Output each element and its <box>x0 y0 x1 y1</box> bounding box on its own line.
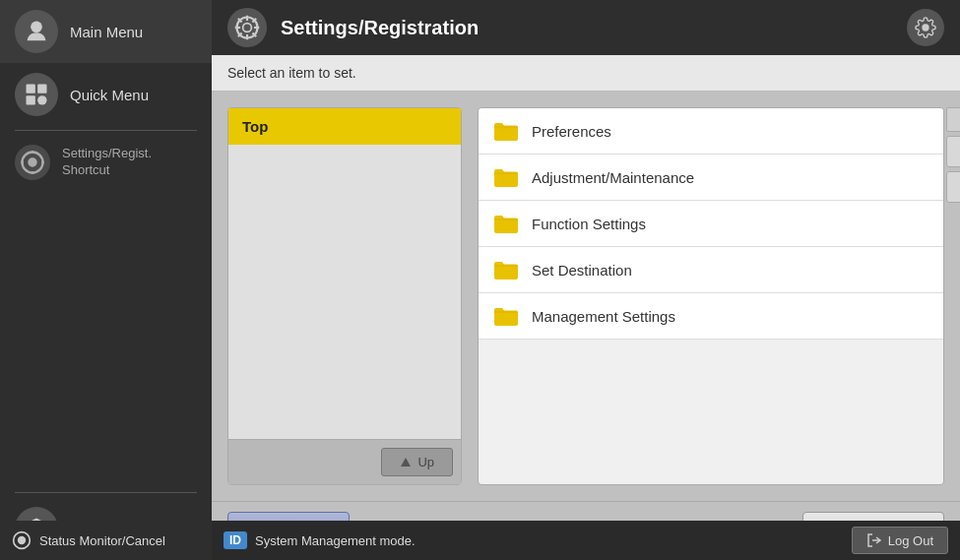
pagination-area: 1/1 ▲ ▼ <box>946 107 960 203</box>
bottom-bar-left: ID System Management mode. <box>224 531 842 549</box>
up-arrow-icon <box>400 457 412 468</box>
folder-icon-set-destination <box>492 259 520 280</box>
logout-button[interactable]: Log Out <box>852 527 948 554</box>
id-badge: ID <box>224 531 247 549</box>
preferences-label: Preferences <box>532 123 611 140</box>
main-menu-icon <box>15 10 58 53</box>
sidebar-item-quick-menu[interactable]: Quick Menu <box>0 63 212 126</box>
folder-icon-preferences <box>492 120 520 142</box>
svg-point-4 <box>37 95 46 104</box>
header-icon <box>227 8 267 47</box>
svg-rect-3 <box>27 95 35 104</box>
folder-icon-management-settings <box>492 305 520 327</box>
sidebar-divider-2 <box>15 492 197 493</box>
list-item-function-settings[interactable]: Function Settings <box>479 201 943 247</box>
settings-shortcut-icon <box>15 145 50 180</box>
svg-rect-2 <box>37 85 46 93</box>
svg-point-0 <box>31 22 42 33</box>
quick-menu-icon <box>15 73 58 116</box>
header-title: Settings/Registration <box>281 17 893 39</box>
svg-rect-1 <box>27 85 35 93</box>
settings-registration-icon <box>233 14 261 41</box>
list-item-management-settings[interactable]: Management Settings <box>479 293 943 340</box>
svg-point-8 <box>18 536 26 544</box>
svg-marker-19 <box>401 458 411 467</box>
list-item-set-destination[interactable]: Set Destination <box>479 247 943 293</box>
logout-label: Log Out <box>888 533 933 548</box>
sidebar-divider <box>15 130 197 131</box>
status-monitor-button[interactable]: Status Monitor/Cancel <box>0 521 212 560</box>
scroll-up-button[interactable]: ▲ <box>946 136 960 167</box>
function-settings-label: Function Settings <box>532 216 646 232</box>
management-settings-label: Management Settings <box>532 308 675 325</box>
folder-icon-adjustment <box>492 166 520 188</box>
main-menu-label: Main Menu <box>70 24 143 40</box>
left-panel-item-top[interactable]: Top <box>228 108 461 145</box>
list-item-preferences[interactable]: Preferences <box>479 108 943 155</box>
left-panel-footer: Up <box>228 439 461 484</box>
sidebar-item-main-menu[interactable]: Main Menu <box>0 0 212 63</box>
adjustment-maintenance-label: Adjustment/Maintenance <box>532 169 694 186</box>
set-destination-label: Set Destination <box>532 262 632 279</box>
header: Settings/Registration <box>212 0 960 55</box>
folder-icon-function-settings <box>492 213 520 234</box>
quick-menu-label: Quick Menu <box>70 87 149 103</box>
status-monitor-icon <box>12 530 32 550</box>
main-content: Settings/Registration Select an item to … <box>212 0 960 560</box>
list-item-adjustment-maintenance[interactable]: Adjustment/Maintenance <box>479 155 943 201</box>
left-panel: Top Up <box>227 107 462 485</box>
gear-icon <box>915 17 936 38</box>
right-panel-container: Preferences Adjustment/Maintenance <box>478 107 944 485</box>
settings-shortcut-label: Settings/Regist.Shortcut <box>62 146 152 179</box>
sidebar-item-settings-shortcut[interactable]: Settings/Regist.Shortcut <box>0 135 212 190</box>
sub-header: Select an item to set. <box>212 55 960 92</box>
system-mode-label: System Management mode. <box>255 533 416 548</box>
sub-header-text: Select an item to set. <box>227 65 356 81</box>
bottom-bar: ID System Management mode. Log Out <box>212 521 960 560</box>
status-monitor-label: Status Monitor/Cancel <box>39 533 165 548</box>
scroll-down-button[interactable]: ▼ <box>946 171 960 203</box>
left-panel-list: Top <box>228 108 461 439</box>
sidebar: Main Menu Quick Menu Settings/Regist.Sho… <box>0 0 212 560</box>
page-indicator: 1/1 <box>946 107 960 132</box>
up-button[interactable]: Up <box>381 448 453 476</box>
content-area: Top Up <box>212 92 960 501</box>
gear-button[interactable] <box>907 9 944 46</box>
svg-point-10 <box>243 24 252 32</box>
logout-icon <box>866 532 882 548</box>
right-panel: Preferences Adjustment/Maintenance <box>478 107 944 485</box>
right-panel-list: Preferences Adjustment/Maintenance <box>479 108 943 484</box>
